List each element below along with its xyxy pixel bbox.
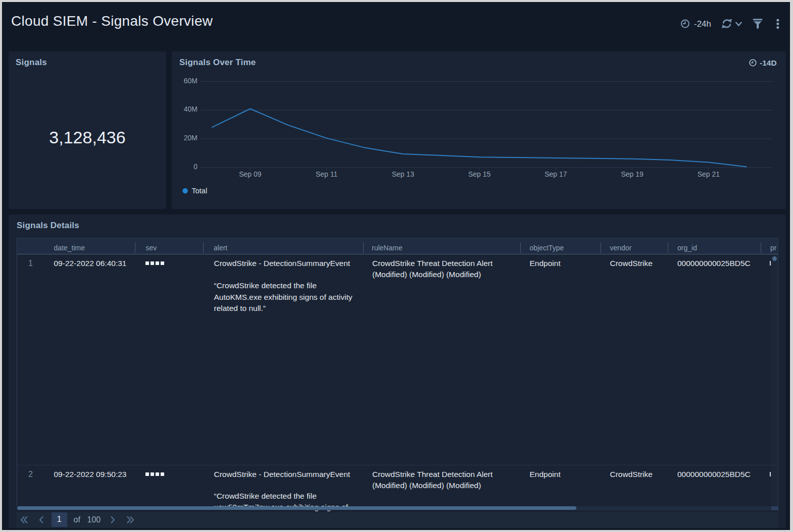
svg-text:Sep 11: Sep 11 (316, 170, 338, 178)
svg-text:Total: Total (192, 187, 208, 195)
svg-text:20M: 20M (184, 134, 197, 142)
svg-text:Sep 17: Sep 17 (544, 170, 567, 178)
svg-text:Sep 19: Sep 19 (621, 170, 643, 178)
svg-text:Sep 09: Sep 09 (239, 170, 262, 178)
svg-text:Sep 15: Sep 15 (468, 170, 491, 178)
svg-text:-14D: -14D (760, 59, 777, 67)
svg-text:60M: 60M (184, 77, 197, 85)
svg-text:Sep 21: Sep 21 (698, 170, 720, 178)
svg-text:-24h: -24h (694, 19, 711, 29)
svg-text:0: 0 (193, 163, 197, 171)
svg-text:40M: 40M (184, 105, 197, 113)
svg-text:Sep 13: Sep 13 (392, 170, 415, 178)
